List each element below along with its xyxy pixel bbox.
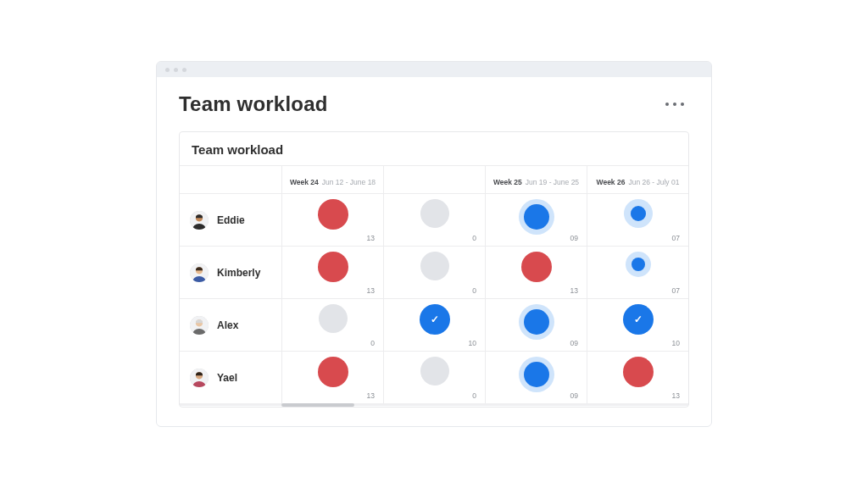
bubble-core [631, 206, 646, 221]
workload-value: 0 [472, 286, 476, 295]
avatar [190, 211, 209, 230]
workload-cell[interactable]: 13 [281, 351, 383, 403]
person-name: Eddie [217, 214, 245, 226]
scroll-thumb[interactable] [281, 403, 354, 407]
workload-cell[interactable]: 09 [485, 351, 587, 403]
workload-bubble [420, 199, 449, 228]
workload-value: 07 [672, 286, 680, 295]
workload-cell[interactable]: 0 [383, 193, 485, 246]
bubble-core [524, 309, 549, 335]
app-content: Team workload Team workload Week 24Jun 1… [157, 77, 711, 426]
window-dot [165, 68, 170, 72]
person-cell[interactable]: Kimberly [180, 246, 281, 298]
avatar [190, 263, 209, 282]
bubble-core [524, 362, 549, 387]
week-range: Jun 26 - July 01 [628, 178, 679, 186]
column-header: Week 26Jun 26 - July 01 [587, 165, 688, 193]
workload-value: 0 [472, 391, 476, 400]
workload-bubble [318, 199, 348, 230]
window-dot [174, 68, 178, 72]
column-header [383, 165, 485, 193]
workload-bubble [623, 357, 654, 387]
workload-value: 13 [367, 391, 375, 400]
workload-panel: Team workload Week 24Jun 12 - June 18Wee… [179, 131, 689, 408]
column-header: Week 25Jun 19 - June 25 [485, 165, 587, 193]
workload-bubble [521, 252, 552, 282]
kebab-dot-icon [681, 103, 684, 106]
workload-bubble [420, 252, 449, 280]
bubble-core [623, 357, 654, 387]
workload-value: 10 [672, 339, 680, 347]
workload-cell[interactable]: ✓10 [587, 298, 688, 351]
bubble-core [420, 357, 449, 385]
workload-value: 09 [570, 391, 578, 400]
panel-title: Team workload [180, 132, 688, 165]
workload-bubble [519, 304, 554, 340]
workload-cell[interactable]: 09 [485, 298, 587, 351]
person-cell[interactable]: Yael [180, 351, 281, 403]
workload-bubble [519, 199, 554, 235]
bubble-core: ✓ [623, 304, 654, 335]
workload-bubble [624, 199, 653, 228]
header-empty-cell [180, 165, 281, 193]
bubble-core: ✓ [420, 304, 450, 335]
workload-grid: Week 24Jun 12 - June 18Week 25Jun 19 - J… [180, 165, 688, 403]
week-label: Week 24 [290, 178, 319, 186]
workload-cell[interactable]: 13 [281, 246, 383, 298]
workload-bubble [626, 252, 651, 277]
workload-value: 13 [672, 391, 680, 400]
person-cell[interactable]: Eddie [180, 193, 281, 246]
workload-value: 10 [469, 339, 476, 347]
bubble-core [521, 252, 552, 282]
workload-cell[interactable]: 07 [587, 193, 688, 246]
workload-value: 07 [672, 234, 680, 242]
check-icon: ✓ [634, 313, 643, 325]
person-name: Yael [217, 372, 237, 384]
window-titlebar [157, 62, 711, 77]
workload-bubble: ✓ [420, 304, 450, 335]
week-label: Week 26 [597, 178, 626, 186]
bubble-core [632, 258, 645, 271]
bubble-core [524, 204, 549, 230]
workload-bubble [318, 357, 348, 387]
app-window: Team workload Team workload Week 24Jun 1… [156, 61, 712, 427]
workload-value: 13 [367, 234, 375, 242]
workload-bubble [319, 304, 348, 333]
workload-cell[interactable]: 13 [587, 351, 688, 403]
workload-cell[interactable]: 0 [383, 246, 485, 298]
check-icon: ✓ [431, 313, 439, 325]
workload-value: 09 [570, 234, 578, 242]
bubble-core [420, 199, 449, 228]
workload-bubble: ✓ [623, 304, 654, 335]
workload-cell[interactable]: 13 [485, 246, 587, 298]
kebab-dot-icon [673, 103, 676, 106]
workload-value: 0 [472, 234, 476, 242]
workload-cell[interactable]: 13 [281, 193, 383, 246]
avatar [190, 369, 209, 387]
week-range: Jun 19 - June 25 [526, 178, 579, 186]
workload-cell[interactable]: 07 [587, 246, 688, 298]
workload-cell[interactable]: ✓10 [383, 298, 485, 351]
workload-value: 13 [570, 286, 578, 295]
person-name: Alex [217, 319, 238, 331]
window-dot [182, 68, 186, 72]
workload-cell[interactable]: 0 [383, 351, 485, 403]
workload-cell[interactable]: 09 [485, 193, 587, 246]
workload-value: 13 [367, 286, 375, 295]
page-title: Team workload [179, 92, 328, 116]
week-label: Week 25 [493, 178, 522, 186]
week-range: Jun 12 - June 18 [322, 178, 376, 186]
bubble-core [318, 357, 348, 387]
column-header: Week 24Jun 12 - June 18 [281, 165, 383, 193]
person-cell[interactable]: Alex [180, 298, 281, 351]
person-name: Kimberly [217, 267, 260, 279]
workload-value: 0 [370, 339, 375, 347]
workload-value: 09 [570, 339, 578, 347]
kebab-dot-icon [665, 103, 669, 106]
bubble-core [318, 199, 348, 230]
workload-bubble [420, 357, 449, 385]
bubble-core [318, 252, 348, 282]
page-header: Team workload [179, 92, 689, 116]
workload-cell[interactable]: 0 [281, 298, 383, 351]
more-options-button[interactable] [660, 97, 689, 111]
